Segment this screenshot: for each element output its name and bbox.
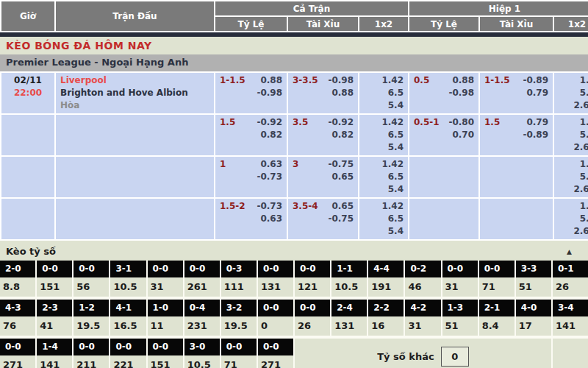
score-odd-value: 131 [258, 277, 293, 297]
col-header-h1-overunder: Tài Xỉu [480, 17, 553, 31]
score-value: 0-0 [221, 339, 257, 355]
score-cell[interactable]: 2-4131 [331, 300, 367, 336]
time-cell [1, 115, 54, 155]
score-value: 0-0 [295, 261, 330, 277]
h1-handicap-cell[interactable] [409, 157, 478, 197]
score-cell[interactable]: 0-0151 [37, 261, 72, 297]
score-cell[interactable]: 0-0271 [258, 339, 293, 368]
other-score-input[interactable]: 0 [441, 347, 469, 367]
score-cell[interactable]: 0-031 [442, 261, 478, 297]
score-value: 0-1 [553, 261, 588, 277]
ft-overunder-cell[interactable]: 3-3.5-0.980.88 [288, 73, 358, 113]
ft-overunder-line: 3-3.5 [293, 74, 318, 87]
ft-1x2-value: 6.5 [364, 213, 404, 225]
score-cell[interactable]: 0-071 [221, 339, 257, 368]
ft-overunder-cell[interactable]: 3-0.750.65 [288, 157, 358, 197]
ft-1x2-cell[interactable]: 1.426.55.4 [359, 73, 408, 113]
score-cell[interactable]: 0-0211 [74, 339, 109, 368]
collapse-arrow-icon[interactable]: ▲ [567, 248, 572, 255]
score-odd-value: 41 [37, 316, 72, 336]
score-cell[interactable]: 1-219.5 [74, 300, 109, 336]
h1-overunder-cell[interactable]: 1.50.79-0.89 [480, 115, 553, 155]
ft-overunder-cell[interactable]: 3.5-40.65-0.75 [288, 199, 358, 239]
score-cell[interactable]: 1-351 [442, 300, 478, 336]
score-cell[interactable]: 1-4141 [37, 339, 72, 368]
score-cell[interactable]: 0-0221 [110, 339, 146, 368]
score-odd-value: 71 [221, 355, 257, 368]
score-cell[interactable]: 1-110.5 [331, 261, 367, 297]
h1-handicap-line: 0.5-1 [414, 116, 440, 129]
score-odd-value: 8.4 [479, 316, 514, 336]
score-cell[interactable]: 0-056 [74, 261, 109, 297]
score-cell[interactable]: 0-0131 [258, 261, 293, 297]
score-cell[interactable]: 1-011 [148, 300, 183, 336]
ft-1x2-cell[interactable]: 1.426.55.4 [359, 199, 408, 239]
score-cell[interactable]: 3-351 [516, 261, 551, 297]
league-header[interactable]: Premier League - Ngoại Hạng Anh [0, 54, 588, 71]
score-cell[interactable]: 3-110.5 [110, 261, 146, 297]
score-cell[interactable]: 0-0121 [295, 261, 330, 297]
score-cell[interactable]: 3-219.5 [221, 300, 257, 336]
h1-handicap-cell[interactable]: 0.50.88-0.98 [409, 73, 478, 113]
score-cell[interactable]: 0-3111 [221, 261, 257, 297]
ft-1x2-cell[interactable]: 1.426.55.4 [359, 115, 408, 155]
page-title: KÈO BÓNG ĐÁ HÔM NAY [0, 37, 588, 54]
score-cell[interactable]: 4-4191 [368, 261, 404, 297]
score-cell[interactable]: 0-026 [295, 300, 330, 336]
score-odd-value: 19.5 [221, 316, 257, 336]
score-odd-value: 231 [184, 316, 220, 336]
ft-handicap-cell[interactable]: 1-1.50.88-0.98 [215, 73, 287, 113]
h1-overunder-under-odd: -0.89 [523, 129, 548, 141]
ft-handicap-cell[interactable]: 10.63-0.73 [215, 157, 287, 197]
h1-overunder-cell[interactable] [480, 199, 553, 239]
h1-1x2-value: 5.4 [559, 171, 588, 183]
h1-1x2-cell[interactable]: 1.95.42.69 [554, 199, 588, 239]
h1-overunder-cell[interactable]: 1-1.5-0.890.79 [480, 73, 553, 113]
score-value: 0-2 [405, 261, 440, 277]
score-cell[interactable]: 2-18.4 [479, 300, 514, 336]
h1-1x2-cell[interactable]: 1.95.42.69 [554, 115, 588, 155]
ft-overunder-cell[interactable]: 3.5-0.920.82 [288, 115, 358, 155]
score-cell[interactable]: 3-010.5 [184, 339, 220, 368]
h1-1x2-value: 1.9 [559, 158, 588, 171]
ft-1x2-cell[interactable]: 1.426.55.4 [359, 157, 408, 197]
h1-1x2-value: 5.4 [559, 129, 588, 141]
score-cell[interactable]: 2-216 [368, 300, 404, 336]
score-cell[interactable]: 4-017 [516, 300, 551, 336]
score-value: 0-3 [221, 261, 257, 277]
score-cell[interactable]: 4-376 [0, 300, 35, 336]
match-cell [56, 115, 214, 155]
ft-overunder-line: 3 [293, 158, 298, 171]
h1-handicap-cell[interactable] [409, 199, 478, 239]
score-value: 4-1 [110, 300, 146, 316]
h1-handicap-under-odd: -0.98 [448, 87, 474, 99]
score-cell[interactable]: 0-031 [148, 261, 183, 297]
ft-1x2-value: 6.5 [364, 129, 404, 141]
score-cell[interactable]: 0-071 [479, 261, 514, 297]
col-header-h1-1x2: 1x2 [554, 17, 588, 31]
ft-handicap-cell[interactable]: 1.5-0.920.82 [215, 115, 287, 155]
score-cell[interactable]: 4-231 [405, 300, 440, 336]
ft-handicap-over-odd: -0.73 [257, 200, 282, 213]
score-cell[interactable]: 0-0261 [184, 261, 220, 297]
odds-header-table: Giờ Trận Đấu Cả Trận Hiệp 1 Tỷ Lệ Tài Xỉ… [0, 0, 588, 32]
score-cell[interactable]: 0-246 [405, 261, 440, 297]
score-cell[interactable]: 3-4141 [553, 300, 588, 336]
score-cell[interactable]: 2-08.8 [0, 261, 35, 297]
score-cell[interactable]: 0-0151 [148, 339, 183, 368]
score-cell[interactable]: 0-0271 [0, 339, 35, 368]
score-cell[interactable]: 0-4231 [184, 300, 220, 336]
score-odd-value: 16 [368, 316, 404, 336]
score-cell[interactable]: 0-00 [258, 300, 293, 336]
h1-1x2-cell[interactable]: 1.95.42.69 [554, 157, 588, 197]
score-cell[interactable]: 4-116.5 [110, 300, 146, 336]
ft-handicap-cell[interactable]: 1.5-2-0.730.63 [215, 199, 287, 239]
h1-overunder-cell[interactable] [480, 157, 553, 197]
ft-handicap-under-odd: 0.63 [260, 213, 282, 225]
h1-handicap-cell[interactable]: 0.5-1-0.800.70 [409, 115, 478, 155]
score-cell[interactable]: 2-341 [37, 300, 72, 336]
score-cell[interactable]: 0-126 [553, 261, 588, 297]
h1-1x2-cell[interactable]: 1.95.42.69 [554, 73, 588, 113]
h1-overunder-line: 1-1.5 [484, 74, 510, 87]
score-odd-value: 111 [221, 277, 257, 297]
